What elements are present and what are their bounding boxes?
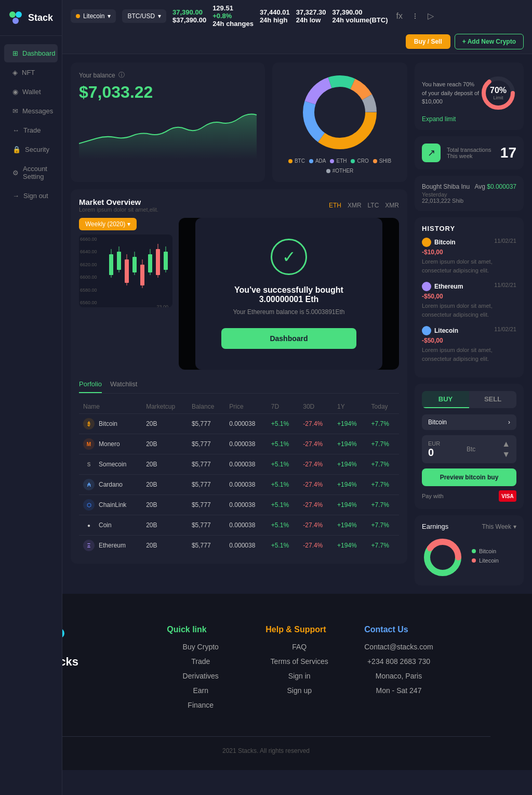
share-button[interactable]: ▷ (425, 9, 436, 23)
charts-row: Your balance ⓘ $7,033.22 (71, 62, 407, 182)
link-signup[interactable]: Sign up (265, 686, 333, 695)
sidebar-item-sign-out[interactable]: → Sign out (4, 187, 58, 205)
donut-legend: BTC ADA ETH CRO (281, 158, 399, 174)
earnings-donut-svg (422, 537, 463, 578)
sidebar-item-security[interactable]: 🔒 Security (4, 140, 58, 159)
sidebar-item-account-setting[interactable]: ⚙ Account Setting (4, 160, 58, 186)
preview-buy-button[interactable]: Preview bitcoin buy (422, 468, 516, 486)
table-row[interactable]: ● Coin 20B $5,777 0.000038 +5.1% -27.4% … (79, 515, 399, 536)
transactions-count: 17 (500, 145, 516, 161)
pair-selector[interactable]: BTC/USD ▾ (122, 9, 166, 23)
sell-tab[interactable]: SELL (469, 391, 516, 408)
logo-icon (7, 9, 24, 26)
high-stat: 37,440.01 24h high (260, 8, 290, 24)
stepper-icons: ▲ ▼ (502, 439, 510, 459)
right-panel: You have reach 70% of your daily deposit… (415, 62, 524, 585)
chart-type-button[interactable]: ⫶ (411, 9, 419, 23)
earnings-title: Earnings (422, 523, 448, 530)
table-row[interactable]: ⬡ ChainLink 20B $5,777 0.000038 +5.1% -2… (79, 495, 399, 515)
period-dropdown-icon: ▾ (513, 523, 516, 530)
contact-phone[interactable]: +234 808 2683 730 (364, 657, 433, 666)
link-signin[interactable]: Sign in (265, 672, 333, 680)
portfolio-section: Porfolio Watchlist Name Marketcup Balanc… (79, 380, 399, 555)
footer: Stacks Quick link Buy Crypto Trade Deriv… (0, 594, 532, 770)
col-name: Name (79, 400, 142, 414)
sidebar-item-trade[interactable]: ↔ Trade (4, 121, 58, 139)
increment-icon[interactable]: ▲ (502, 439, 510, 449)
balance-label: Your balance ⓘ (79, 71, 257, 80)
sidebar-item-nft[interactable]: ◈ NFT (4, 63, 58, 82)
earnings-period-selector[interactable]: This Week ▾ (482, 523, 516, 530)
link-derivatives[interactable]: Derivatives (167, 672, 234, 680)
legend-cro: CRO (351, 158, 368, 164)
tab-watchlist[interactable]: Watchlist (110, 380, 137, 393)
info-icon: ⓘ (118, 71, 125, 80)
tab-xmr[interactable]: XMR (348, 202, 362, 209)
footer-contact: Contact Us Contact@stacks.com +234 808 2… (364, 625, 433, 715)
buy-sell-button[interactable]: Buy / Sell (406, 34, 450, 49)
link-trade[interactable]: Trade (167, 657, 234, 666)
decrement-icon[interactable]: ▼ (502, 450, 510, 459)
earnings-ltc-legend: Litecoin (472, 557, 499, 564)
selector-arrow-icon: › (508, 419, 510, 426)
modal-subtitle: Your Ethereum balance is 5.0003891Eth (221, 308, 356, 316)
market-chart-area: Weekly (2020) ▾ 6660.00 6640.00 6620.00 … (79, 218, 399, 370)
crypto-table: Name Marketcup Balance Price 7D 30D 1Y T… (79, 400, 399, 555)
dropdown-icon: ▾ (108, 12, 111, 20)
security-icon: 🔒 (12, 146, 21, 153)
donut-svg (298, 71, 381, 154)
legend-btc: BTC (288, 158, 305, 164)
shiba-date: Yesterday (422, 191, 516, 198)
currency-label: EUR (428, 440, 440, 447)
sidebar-item-messages[interactable]: ✉ Messages (4, 102, 58, 120)
legend-shib: SHIB (373, 158, 391, 164)
signout-icon: → (12, 192, 19, 200)
buysell-card: BUY SELL Bitcoin › EUR 0 Btc ▲ ▼ Preview… (415, 384, 524, 509)
expand-limit-link[interactable]: Expand limit (422, 115, 516, 123)
fx-button[interactable]: fx (394, 9, 404, 23)
table-row[interactable]: Ξ Ethereum 20B $5,777 0.000038 +5.1% -27… (79, 536, 399, 556)
buy-tab[interactable]: BUY (422, 391, 469, 408)
earnings-btc-legend: Bitcoin (472, 548, 499, 554)
tab-xmr2[interactable]: XMR (385, 202, 399, 209)
market-title: Market Overview (79, 198, 158, 206)
tab-eth[interactable]: ETH (329, 202, 341, 209)
coin-selector[interactable]: Litecoin ▾ (71, 9, 116, 23)
contact-title: Contact Us (364, 625, 433, 634)
shiba-header: Bought Shiba Inu Avg $0.000037 (422, 183, 516, 190)
logo-text: Stack (28, 12, 53, 23)
link-terms[interactable]: Terms of Services (265, 657, 333, 666)
shiba-avg-price: $0.000037 (487, 183, 516, 190)
footer-cols: Quick link Buy Crypto Trade Derivatives … (110, 625, 490, 715)
sidebar-item-wallet[interactable]: ◉ Wallet (4, 83, 58, 101)
link-faq[interactable]: FAQ (265, 643, 333, 651)
buy-amount: 0 (428, 447, 440, 459)
link-finance[interactable]: Finance (167, 701, 234, 709)
coin-selector-buysell[interactable]: Bitcoin › (422, 414, 516, 430)
weekly-filter-button[interactable]: Weekly (2020) ▾ (79, 218, 137, 230)
limit-text: You have reach 70% of your daily deposit… (422, 80, 480, 106)
legend-eth: ETH (330, 158, 347, 164)
legend-other: #OTHER (326, 168, 354, 174)
modal-title: You've successfully bought 3.00000001 Et… (221, 285, 356, 304)
shiba-avg-label: Avg (474, 183, 485, 190)
portfolio-tabs: Porfolio Watchlist (79, 380, 399, 394)
link-earn[interactable]: Earn (167, 686, 234, 695)
modal-dashboard-button[interactable]: Dashboard (221, 328, 356, 349)
table-row[interactable]: M Monero 20B $5,777 0.000038 +5.1% -27.4… (79, 434, 399, 454)
earnings-header: Earnings This Week ▾ (422, 523, 516, 530)
add-crypto-button[interactable]: + Add New Crypto (455, 34, 524, 49)
contact-email[interactable]: Contact@stacks.com (364, 643, 433, 651)
table-row[interactable]: ₿ Bitcoin 20B $5,777 0.000038 +5.1% -27.… (79, 414, 399, 434)
table-row[interactable]: ₳ Cardano 20B $5,777 0.000038 +5.1% -27.… (79, 475, 399, 495)
sidebar-item-dashboard[interactable]: ⊞ Dashboard (4, 44, 58, 62)
table-row[interactable]: S Somecoin 20B $5,777 0.000038 +5.1% -27… (79, 454, 399, 475)
btc-label: Btc (467, 446, 475, 453)
link-buy-crypto[interactable]: Buy Crypto (167, 643, 234, 651)
limit-pct: 70% (490, 86, 507, 95)
earnings-card: Earnings This Week ▾ Bitcoin (415, 515, 524, 585)
tab-ltc[interactable]: LTC (368, 202, 379, 209)
tab-portfolio[interactable]: Porfolio (79, 380, 102, 393)
success-modal: ✓ You've successfully bought 3.00000001 … (195, 218, 382, 370)
pair-dropdown-icon: ▾ (158, 12, 161, 20)
